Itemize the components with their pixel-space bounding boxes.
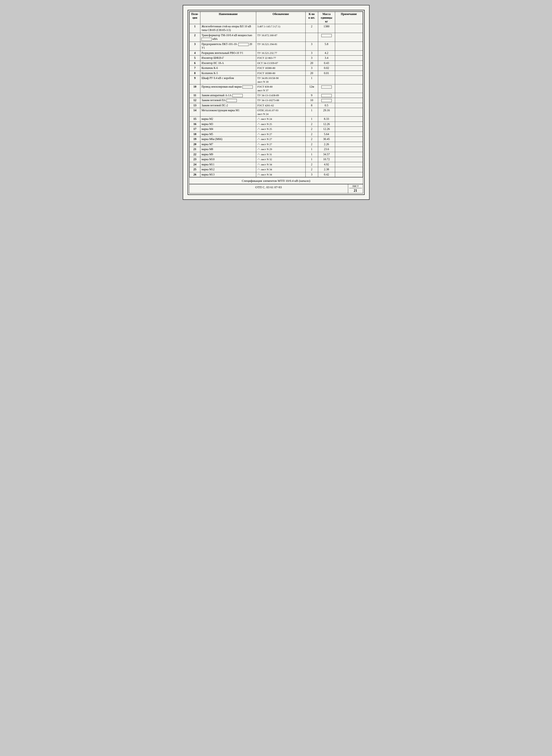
cell-oboz: -"- лист N 31 bbox=[256, 152, 305, 157]
cell-pos: 11 bbox=[189, 93, 200, 98]
cell-pos: 19 bbox=[189, 137, 200, 142]
header-note: Примечание bbox=[335, 12, 363, 24]
footer-spec-text: Спецификация элементов МТП 10/0.4 кВ (на… bbox=[189, 178, 363, 184]
cell-oboz: ГОСТ 22 863-77 bbox=[256, 56, 305, 61]
cell-name: марка М4 bbox=[200, 127, 256, 132]
cell-name: Шкаф РУ 0.4 кВ с коробом bbox=[200, 76, 256, 84]
cell-name: Изолятор НС 18-А bbox=[200, 61, 256, 66]
cell-mass: 29.16 bbox=[318, 108, 335, 117]
cell-pos: 17 bbox=[189, 127, 200, 132]
cell-note bbox=[335, 33, 363, 41]
cell-oboz: -"- лист N 29 bbox=[256, 147, 305, 152]
cell-mass: 12.26 bbox=[318, 122, 335, 127]
cell-mass: 2.38 bbox=[318, 167, 335, 172]
cell-note bbox=[335, 137, 363, 142]
cell-note bbox=[335, 132, 363, 137]
input-placeholder bbox=[201, 38, 212, 41]
cell-pos: 3 bbox=[189, 41, 200, 50]
cell-mass: 10.72 bbox=[318, 157, 335, 162]
cell-pos: 12 bbox=[189, 98, 200, 103]
cell-oboz: -"- лист N 34 bbox=[256, 162, 305, 167]
cell-qty: 10 bbox=[305, 98, 318, 103]
cell-qty: 3 bbox=[305, 50, 318, 56]
spec-table: Пози-ция Наименование Обозначение К-вов … bbox=[189, 12, 363, 177]
cell-note bbox=[335, 56, 363, 61]
cell-pos: 4 bbox=[189, 50, 200, 56]
inner-border: Пози-ция Наименование Обозначение К-вов … bbox=[189, 11, 363, 193]
cell-pos: 20 bbox=[189, 142, 200, 147]
cell-oboz: ТУ 34.09.10158-90 лист N 18 bbox=[256, 76, 305, 84]
cell-qty: 1 bbox=[305, 147, 318, 152]
cell-pos: 21 bbox=[189, 147, 200, 152]
cell-mass: 0.43 bbox=[318, 61, 335, 66]
cell-mass: 3.4 bbox=[318, 56, 335, 61]
table-row: 13Зажим петлевой ПС-2ГОСТ 4261-6280.5 bbox=[189, 103, 363, 108]
cell-mass: 12.26 bbox=[318, 127, 335, 132]
cell-pos: 26 bbox=[189, 172, 200, 177]
cell-mass: 4.92 bbox=[318, 162, 335, 167]
footer-sheet: ЛИСТ 21 bbox=[348, 184, 363, 193]
cell-mass: 34.57 bbox=[318, 152, 335, 157]
cell-oboz: ТУ 16.521.232.77 bbox=[256, 50, 305, 56]
cell-note bbox=[335, 50, 363, 56]
cell-note bbox=[335, 127, 363, 132]
cell-name: марка М2 bbox=[200, 117, 256, 122]
sheet-number: 21 bbox=[349, 188, 362, 193]
table-row: 7Колпачок К-6ГОСТ 18380-8030.02 bbox=[189, 66, 363, 71]
cell-qty: 2 bbox=[305, 167, 318, 172]
cell-qty: 2 bbox=[305, 162, 318, 167]
header-mass: Массаединицыкг bbox=[318, 12, 335, 24]
cell-note bbox=[335, 147, 363, 152]
mass-placeholder bbox=[321, 85, 332, 89]
cell-mass: 5.64 bbox=[318, 132, 335, 137]
cell-note bbox=[335, 167, 363, 172]
cell-oboz: -"- лист N 27 bbox=[256, 137, 305, 142]
table-row: 21марка М8-"- лист N 29123.6 bbox=[189, 147, 363, 152]
table-row: 5Изолятор ШФ20-ГГОСТ 22 863-7733.4 bbox=[189, 56, 363, 61]
cell-note bbox=[335, 172, 363, 177]
mass-placeholder bbox=[321, 99, 332, 102]
cell-qty: 12м bbox=[305, 84, 318, 93]
cell-name: Колпачок К-6 bbox=[200, 66, 256, 71]
cell-name: марка М12 bbox=[200, 167, 256, 172]
cell-name: марка М8 bbox=[200, 147, 256, 152]
cell-qty: 2 bbox=[305, 127, 318, 132]
cell-pos: 24 bbox=[189, 162, 200, 167]
cell-qty: 1 bbox=[305, 152, 318, 157]
cell-oboz: -"- лист N 27 bbox=[256, 142, 305, 147]
mass-placeholder bbox=[321, 94, 332, 97]
cell-name: Провод неизолирован-ный марки bbox=[200, 84, 256, 93]
table-row: 6Изолятор НС 18-АОСТ 34-13.939-87200.43 bbox=[189, 61, 363, 66]
footer-bottom: ОТП С. 03 61 07-93 ЛИСТ 21 bbox=[189, 184, 363, 193]
cell-mass bbox=[318, 33, 335, 41]
header-name: Наименование bbox=[200, 12, 256, 24]
sheet-label: ЛИСТ bbox=[349, 185, 362, 188]
cell-note bbox=[335, 103, 363, 108]
table-row: 25марка М12-"- лист N 3422.38 bbox=[189, 167, 363, 172]
cell-qty: 1 bbox=[305, 108, 318, 117]
cell-name: Зажим петлевой ПА bbox=[200, 98, 256, 103]
cell-oboz: -"- лист N 32 bbox=[256, 157, 305, 162]
header-oboz: Обозначение bbox=[256, 12, 305, 24]
cell-oboz: -"- лист N 25 bbox=[256, 122, 305, 127]
cell-oboz: ТУ 34-13-10273-88 bbox=[256, 98, 305, 103]
cell-name: марка М13 bbox=[200, 172, 256, 177]
footer-doc-number: ОТП С. 03 61 07-93 bbox=[189, 184, 348, 193]
cell-name: Разрядник вентильный РВО-10 У1 bbox=[200, 50, 256, 56]
input-placeholder bbox=[238, 43, 249, 46]
cell-qty: 1 bbox=[305, 157, 318, 162]
table-row: 3Предохранитель ПКТ-101-10- 20 У1ТУ 16.5… bbox=[189, 41, 363, 50]
cell-pos: 23 bbox=[189, 157, 200, 162]
cell-oboz: ОСТ 34-13.939-87 bbox=[256, 61, 305, 66]
cell-name: марка М11 bbox=[200, 162, 256, 167]
table-row: 2Трансформатор ТМ-10/0.4 кВ мощностью кВ… bbox=[189, 33, 363, 41]
cell-pos: 8 bbox=[189, 71, 200, 76]
cell-qty: 2 bbox=[305, 142, 318, 147]
cell-mass: 0.01 bbox=[318, 71, 335, 76]
table-row: 15марка М2-"- лист N 2418.33 bbox=[189, 117, 363, 122]
cell-qty: 2 bbox=[305, 132, 318, 137]
footer-area: Спецификация элементов МТП 10/0.4 кВ (на… bbox=[189, 177, 363, 193]
cell-note bbox=[335, 66, 363, 71]
cell-qty: 2 bbox=[305, 137, 318, 142]
cell-pos: 22 bbox=[189, 152, 200, 157]
